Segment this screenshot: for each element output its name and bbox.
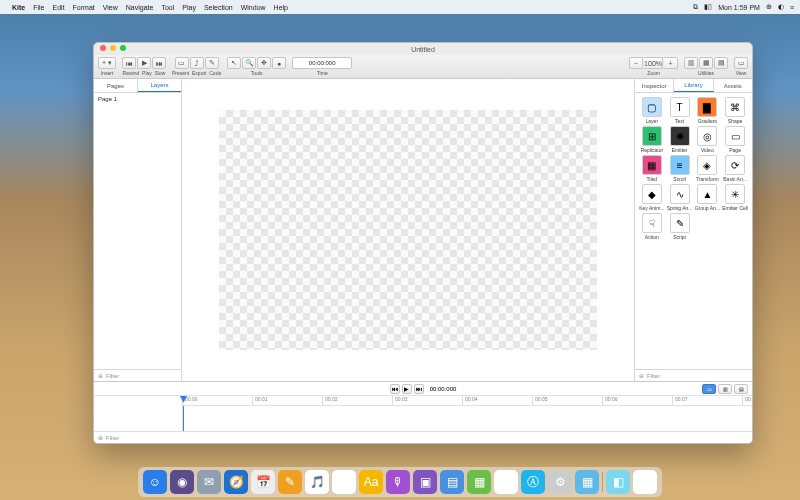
library-item-gradient[interactable]: ▇Gradient	[695, 97, 721, 124]
slow-button[interactable]: ⏭	[152, 57, 166, 69]
dock-app-8[interactable]: Aa	[359, 470, 383, 494]
view-toggle[interactable]: ▭	[734, 57, 748, 69]
tab-pages[interactable]: Pages	[94, 79, 138, 92]
dock-app-14[interactable]: Ⓐ	[521, 470, 545, 494]
library-icon: T	[670, 97, 690, 117]
library-item-page[interactable]: ▭Page	[722, 126, 748, 153]
present-button[interactable]: ▭	[175, 57, 189, 69]
menu-play[interactable]: Play	[182, 4, 196, 11]
library-item-layer[interactable]: ▢Layer	[639, 97, 665, 124]
library-item-emitter[interactable]: ✺Emitter	[667, 126, 693, 153]
dock-app-4[interactable]: 📅	[251, 470, 275, 494]
playhead[interactable]	[183, 406, 184, 431]
menu-edit[interactable]: Edit	[53, 4, 65, 11]
timeline-mode-3[interactable]: ▤	[734, 384, 748, 394]
layer-list[interactable]: Page 1	[94, 93, 181, 369]
zoom-out-button[interactable]: −	[629, 57, 643, 69]
zoom-value[interactable]: 100%	[644, 57, 663, 69]
dock-app-7[interactable]: ✎	[332, 470, 356, 494]
timeline-tracks[interactable]	[182, 406, 752, 431]
timeline-filter-field[interactable]: Filter	[106, 435, 119, 441]
page-item[interactable]: Page 1	[98, 96, 177, 102]
dock-app-9[interactable]: 🎙	[386, 470, 410, 494]
menu-tool[interactable]: Tool	[161, 4, 174, 11]
library-item-text[interactable]: TText	[667, 97, 693, 124]
tool-move[interactable]: ✥	[257, 57, 271, 69]
menu-navigate[interactable]: Navigate	[126, 4, 154, 11]
tab-inspector[interactable]: Inspector	[635, 79, 674, 92]
library-item-key-anim-[interactable]: ◆Key Anim...	[639, 184, 665, 211]
dock-app-15[interactable]: ⚙	[548, 470, 572, 494]
dock-app-17[interactable]: ◧	[606, 470, 630, 494]
insert-button[interactable]: + ▾	[98, 57, 116, 69]
menu-format[interactable]: Format	[73, 4, 95, 11]
zoom-in-button[interactable]: +	[664, 57, 678, 69]
utilities-label: Utilities	[698, 70, 714, 76]
library-item-tiled[interactable]: ▦Tiled	[639, 155, 665, 182]
notifications-icon[interactable]: ≡	[790, 4, 794, 11]
timeline-play[interactable]: ▶	[402, 384, 412, 394]
tab-library[interactable]: Library	[674, 79, 713, 92]
library-item-video[interactable]: ◎Video	[695, 126, 721, 153]
tool-record[interactable]: ●	[272, 57, 286, 69]
tab-assets[interactable]: Assets	[714, 79, 752, 92]
timeline-ruler[interactable]: 00:0000:0100:0200:0300:0400:0500:0600:07…	[182, 396, 752, 406]
library-icon: ≡	[670, 155, 690, 175]
wifi-icon[interactable]: ⧉	[693, 3, 698, 11]
tool-pointer[interactable]: ↖	[227, 57, 241, 69]
window-title: Untitled	[411, 46, 435, 53]
utility-inspector[interactable]: ▥	[684, 57, 698, 69]
spotlight-icon[interactable]: ⊕	[766, 3, 772, 11]
library-item-transform[interactable]: ◈Transform	[695, 155, 721, 182]
code-button[interactable]: ✎	[205, 57, 219, 69]
dock-app-3[interactable]: 🧭	[224, 470, 248, 494]
library-item-group-an-[interactable]: ▲Group An...	[695, 184, 721, 211]
menu-file[interactable]: File	[33, 4, 44, 11]
menu-selection[interactable]: Selection	[204, 4, 233, 11]
dock-app-18[interactable]: 🗑	[633, 470, 657, 494]
timeline-mode-2[interactable]: ▥	[718, 384, 732, 394]
app-menu[interactable]: Kite	[12, 4, 25, 11]
clock[interactable]: Mon 1:59 PM	[718, 4, 760, 11]
dock-app-10[interactable]: ▣	[413, 470, 437, 494]
time-field[interactable]: 00:00:000	[292, 57, 352, 69]
timeline-forward[interactable]: ⏭	[414, 384, 424, 394]
library-item-emitter-cell[interactable]: ✳Emitter Cell	[722, 184, 748, 211]
dock-app-6[interactable]: 🎵	[305, 470, 329, 494]
library-item-action[interactable]: ☟Action	[639, 213, 665, 240]
menu-window[interactable]: Window	[241, 4, 266, 11]
dock-app-11[interactable]: ▤	[440, 470, 464, 494]
minimize-button[interactable]	[110, 45, 116, 51]
canvas[interactable]	[219, 110, 597, 350]
left-filter-field[interactable]: Filter	[106, 373, 119, 379]
menu-view[interactable]: View	[103, 4, 118, 11]
dock-app-5[interactable]: ✎	[278, 470, 302, 494]
library-item-script[interactable]: ✎Script	[667, 213, 693, 240]
battery-icon[interactable]: ▮▯	[704, 3, 712, 11]
rewind-button[interactable]: ⏮	[122, 57, 136, 69]
control-center-icon[interactable]: ◐	[778, 3, 784, 11]
right-filter-field[interactable]: Filter	[647, 373, 660, 379]
export-button[interactable]: ⤴	[190, 57, 204, 69]
library-item-basic-an-[interactable]: ⟳Basic An...	[722, 155, 748, 182]
library-item-replicator[interactable]: ⊞Replicator	[639, 126, 665, 153]
utility-assets[interactable]: ▤	[714, 57, 728, 69]
timeline-rewind[interactable]: ⏮	[390, 384, 400, 394]
utility-library[interactable]: ▦	[699, 57, 713, 69]
dock-app-2[interactable]: ✉	[197, 470, 221, 494]
tool-search[interactable]: 🔍	[242, 57, 256, 69]
dock-app-0[interactable]: ☺	[143, 470, 167, 494]
timeline-mode-1[interactable]: ▭	[702, 384, 716, 394]
library-item-shape[interactable]: ⌘Shape	[722, 97, 748, 124]
close-button[interactable]	[100, 45, 106, 51]
menu-help[interactable]: Help	[274, 4, 288, 11]
tab-layers[interactable]: Layers	[138, 79, 181, 92]
zoom-button[interactable]	[120, 45, 126, 51]
dock-app-1[interactable]: ◉	[170, 470, 194, 494]
library-item-spring-an-[interactable]: ∿Spring An...	[667, 184, 693, 211]
library-item-scroll[interactable]: ≡Scroll	[667, 155, 693, 182]
dock-app-16[interactable]: ▦	[575, 470, 599, 494]
play-button[interactable]: ▶	[137, 57, 151, 69]
dock-app-12[interactable]: ▦	[467, 470, 491, 494]
dock-app-13[interactable]: ⚙	[494, 470, 518, 494]
